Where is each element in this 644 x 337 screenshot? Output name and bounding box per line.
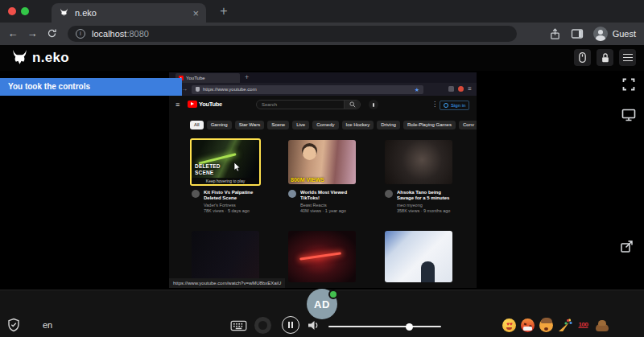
channel-avatar[interactable] (192, 190, 200, 198)
back-button[interactable]: ← (5, 27, 21, 39)
yt-chip[interactable]: Comedy (312, 121, 338, 129)
yt-logo-text: YouTube (199, 101, 222, 108)
video-thumbnail[interactable] (288, 231, 356, 282)
extension-icon[interactable] (448, 86, 454, 92)
channel-avatar[interactable] (385, 190, 393, 198)
pause-icon (291, 322, 293, 328)
yt-signin-button[interactable]: Sign in (440, 101, 469, 110)
fullscreen-icon (621, 77, 636, 92)
remote-screen[interactable]: YouTube + ← → https://www.youtube.com ★ … (169, 72, 477, 288)
yt-mic-button[interactable] (369, 100, 378, 109)
reload-icon (47, 28, 57, 39)
volume-button[interactable] (307, 319, 320, 331)
site-info-icon[interactable]: i (76, 29, 85, 39)
brand-title: n.eko (32, 50, 69, 66)
video-thumbnail[interactable]: 800M VIEWS (288, 140, 356, 184)
video-thumbnail[interactable] (385, 140, 452, 184)
emoji-party-popper-button[interactable] (558, 319, 572, 332)
emoji-bar: 100 (502, 319, 609, 332)
mouse-control-button[interactable] (574, 49, 591, 66)
language-button[interactable]: en (43, 320, 52, 330)
connection-shield-button[interactable] (7, 318, 20, 332)
mouse-icon (578, 51, 587, 64)
yt-chip[interactable]: Driving (377, 121, 400, 129)
video-info: Kit Fisto Vs Palpatine Deleted Scene Vad… (192, 190, 282, 213)
video-card[interactable]: 800M VIEWS Worlds Most Viewed TikToks! B… (288, 140, 378, 184)
lock-button[interactable] (597, 49, 613, 66)
video-meta: 40M views · 1 year ago (300, 208, 358, 214)
address-host: localhost (92, 29, 126, 39)
video-text: Worlds Most Viewed TikToks! Beast Reacts… (300, 190, 358, 213)
neko-app-window: n.eko × + ← → i localhost :8080 Guest (0, 0, 644, 337)
remote-new-tab-button[interactable]: + (245, 73, 249, 81)
menu-button[interactable] (619, 49, 636, 66)
volume-slider-thumb[interactable] (406, 323, 413, 331)
control-toggle-button[interactable] (254, 317, 271, 334)
video-thumbnail[interactable]: DELETED SCENE Keep hovering to play (190, 138, 261, 186)
tab-close-icon[interactable]: × (192, 8, 199, 18)
side-panel-icon[interactable] (571, 28, 584, 39)
video-text: Ahsoka Tano being Savage for a 5 minutes… (397, 190, 455, 213)
emoji-poop-button[interactable] (595, 319, 609, 332)
emoji-swearing-button[interactable] (521, 319, 535, 332)
neko-favicon-icon (59, 8, 69, 18)
yt-kebab-icon[interactable]: ⋮ (431, 101, 438, 108)
address-bar[interactable]: i localhost :8080 (68, 26, 517, 42)
window-close-button[interactable] (8, 7, 16, 15)
remote-browser-tab[interactable]: YouTube (175, 73, 240, 83)
video-card[interactable]: DELETED SCENE Keep hovering to play Kit … (192, 140, 282, 186)
remote-nav-icons: ≡ (448, 86, 472, 92)
channel-avatar[interactable] (288, 190, 296, 198)
video-card[interactable]: Ahsoka Tano being Savage for a 5 minutes… (385, 140, 475, 184)
remote-menu-icon[interactable]: ≡ (468, 86, 472, 92)
yt-chip[interactable]: Scene (267, 121, 289, 129)
keyboard-button[interactable] (230, 320, 247, 331)
yt-chip-bar: All Gaming Star Wars Scene Live Comedy I… (190, 121, 477, 130)
yt-search-button[interactable] (344, 101, 360, 109)
video-thumbnail[interactable] (192, 231, 259, 282)
signin-person-icon (444, 103, 448, 108)
yt-chip[interactable]: Live (292, 121, 309, 129)
video-meta: 358K views · 9 months ago (397, 208, 455, 214)
video-title[interactable]: Kit Fisto Vs Palpatine Deleted Scene (204, 190, 262, 201)
yt-chip[interactable]: All (190, 121, 204, 129)
video-thumbnail[interactable] (385, 231, 452, 282)
yt-logo[interactable]: YouTube (188, 101, 222, 108)
yt-play-icon (188, 101, 197, 108)
window-maximize-button[interactable] (21, 7, 29, 15)
remote-tab-strip: YouTube + (169, 72, 477, 83)
video-info: Worlds Most Viewed TikToks! Beast Reacts… (288, 190, 378, 213)
video-title[interactable]: Worlds Most Viewed TikToks! (300, 190, 358, 201)
popout-button[interactable] (620, 240, 634, 253)
emoji-hundred-points-button[interactable]: 100 (576, 319, 590, 332)
profile-button[interactable]: Guest (593, 27, 636, 41)
yt-chip[interactable]: Ice Hockey (342, 121, 374, 129)
yt-chip[interactable]: Role-Playing Games (403, 121, 456, 129)
yt-chip[interactable]: Gaming (207, 121, 232, 129)
notification-badge-icon[interactable] (458, 86, 464, 92)
forward-button[interactable]: → (24, 27, 40, 39)
yt-chip[interactable]: Conv (459, 121, 477, 129)
fullscreen-button[interactable] (621, 77, 636, 92)
yt-search-box[interactable]: Search (256, 100, 361, 109)
yt-guide-icon[interactable]: ≡ (175, 101, 180, 109)
youtube-page: ≡ YouTube Search ⋮ Sign in (169, 96, 477, 288)
yt-chip[interactable]: Star Wars (235, 121, 264, 129)
volume-slider[interactable] (328, 326, 441, 327)
emoji-heart-eyes-button[interactable] (502, 319, 516, 332)
bookmark-star-icon[interactable]: ★ (415, 87, 419, 92)
hover-preview-tooltip: Keep hovering to play (192, 178, 259, 184)
stage: YouTube + ← → https://www.youtube.com ★ … (0, 71, 644, 290)
remote-url-bar[interactable]: https://www.youtube.com ★ (192, 85, 423, 94)
share-icon[interactable] (549, 28, 561, 40)
video-meta: 78K views · 5 days ago (204, 208, 262, 214)
emoji-mind-blown-button[interactable] (539, 319, 553, 332)
browser-tab[interactable]: n.eko × (52, 3, 206, 23)
display-button[interactable] (621, 108, 636, 121)
remote-forward-icon[interactable]: → (181, 85, 188, 92)
new-tab-button[interactable]: + (214, 2, 233, 20)
pause-button[interactable] (282, 316, 299, 334)
hamburger-icon (623, 54, 633, 62)
reload-button[interactable] (47, 28, 57, 39)
video-title[interactable]: Ahsoka Tano being Savage for a 5 minutes… (397, 190, 455, 201)
